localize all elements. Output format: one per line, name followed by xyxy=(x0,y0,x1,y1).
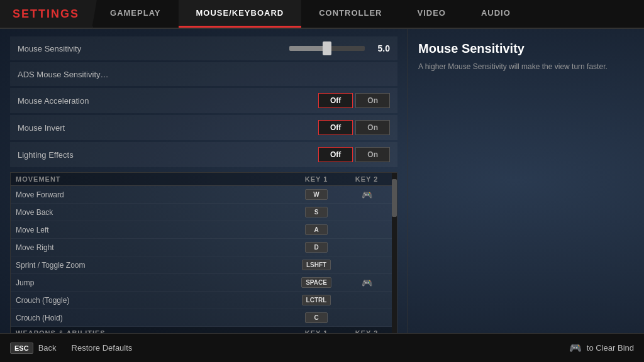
keybind-move-back[interactable]: Move Back S xyxy=(11,204,397,221)
tab-video[interactable]: VIDEO xyxy=(399,0,463,28)
keybind-jump[interactable]: Jump SPACE 🎮 xyxy=(11,274,397,292)
mouse-invert-off[interactable]: Off xyxy=(318,120,353,135)
keybind-crouch-hold[interactable]: Crouch (Hold) C xyxy=(11,309,397,327)
mouse-sensitivity-label: Mouse Sensitivity xyxy=(18,44,289,53)
clear-bind-text: to Clear Bind xyxy=(587,343,634,353)
movement-title: MOVEMENT xyxy=(16,175,291,183)
keybind-crouch-toggle[interactable]: Crouch (Toggle) LCTRL xyxy=(11,292,397,309)
mouse-sensitivity-row[interactable]: Mouse Sensitivity 5.0 xyxy=(10,36,397,60)
ads-sensitivity-row[interactable]: ADS Mouse Sensitivity… xyxy=(10,62,397,86)
controller-icon-jump: 🎮 xyxy=(362,278,372,288)
slider-thumb[interactable] xyxy=(323,41,331,55)
info-description: A higher Mouse Sensitivity will make the… xyxy=(418,61,634,72)
lighting-effects-label: Lighting Effects xyxy=(18,150,318,160)
back-button[interactable]: ESC Back xyxy=(10,343,57,354)
key2-header: KEY 2 xyxy=(341,175,392,183)
lighting-effects-toggle: Off On xyxy=(318,147,390,162)
keybind-move-right[interactable]: Move Right D xyxy=(11,239,397,256)
scrollbar-thumb[interactable] xyxy=(392,179,397,217)
tab-audio[interactable]: AUDIO xyxy=(464,0,528,28)
mouse-invert-on[interactable]: On xyxy=(355,120,390,135)
keybind-sprint[interactable]: Sprint / Toggle Zoom LSHFT xyxy=(11,256,397,274)
mouse-invert-toggle: Off On xyxy=(318,120,390,135)
sensitivity-slider[interactable] xyxy=(289,46,365,51)
tab-controller[interactable]: CONTROLLER xyxy=(301,0,399,28)
mouse-invert-row[interactable]: Mouse Invert Off On xyxy=(10,115,397,140)
mouse-acceleration-off[interactable]: Off xyxy=(318,93,353,108)
settings-title: SETTINGS xyxy=(0,0,92,28)
lighting-effects-off[interactable]: Off xyxy=(318,147,353,162)
keybind-section: MOVEMENT KEY 1 KEY 2 Move Forward W 🎮 xyxy=(10,172,397,333)
info-title: Mouse Sensitivity xyxy=(418,41,634,56)
tab-mouse-keyboard[interactable]: MOUSE/KEYBOARD xyxy=(179,0,302,28)
settings-panel: Mouse Sensitivity 5.0 ADS Mouse Sensitiv… xyxy=(0,29,408,333)
top-navigation: SETTINGS GAMEPLAY MOUSE/KEYBOARD CONTROL… xyxy=(0,0,644,29)
weapons-section-header: WEAPONS & ABILITIES KEY 1 KEY 2 xyxy=(11,327,397,333)
ads-sensitivity-label: ADS Mouse Sensitivity… xyxy=(18,70,390,79)
mouse-sensitivity-controls: 5.0 xyxy=(289,43,390,53)
mouse-acceleration-row[interactable]: Mouse Acceleration Off On xyxy=(10,88,397,113)
back-label: Back xyxy=(38,343,57,353)
tab-gameplay[interactable]: GAMEPLAY xyxy=(92,0,178,28)
lighting-effects-row[interactable]: Lighting Effects Off On xyxy=(10,142,397,167)
clear-bind-hint: 🎮 to Clear Bind xyxy=(569,342,634,354)
keybind-scroll[interactable]: MOVEMENT KEY 1 KEY 2 Move Forward W 🎮 xyxy=(10,172,397,333)
clear-bind-icon: 🎮 xyxy=(569,342,582,354)
lighting-effects-on[interactable]: On xyxy=(355,147,390,162)
restore-label: Restore Defaults xyxy=(72,343,133,353)
movement-section-header: MOVEMENT KEY 1 KEY 2 xyxy=(11,173,397,186)
controller-icon-forward: 🎮 xyxy=(362,190,372,200)
slider-fill xyxy=(289,46,327,51)
info-panel: Mouse Sensitivity A higher Mouse Sensiti… xyxy=(408,29,644,333)
main-content: Mouse Sensitivity 5.0 ADS Mouse Sensitiv… xyxy=(0,29,644,333)
mouse-invert-label: Mouse Invert xyxy=(18,123,318,133)
key1-header: KEY 1 xyxy=(291,175,341,183)
sensitivity-value: 5.0 xyxy=(370,43,390,53)
mouse-acceleration-label: Mouse Acceleration xyxy=(18,96,318,106)
scrollbar[interactable] xyxy=(392,173,397,333)
bottom-bar: ESC Back Restore Defaults 🎮 to Clear Bin… xyxy=(0,333,644,362)
esc-key-hint: ESC xyxy=(10,343,33,354)
bottom-actions: ESC Back Restore Defaults xyxy=(10,343,132,354)
keybind-move-forward[interactable]: Move Forward W 🎮 xyxy=(11,186,397,204)
nav-tabs: GAMEPLAY MOUSE/KEYBOARD CONTROLLER VIDEO… xyxy=(92,0,644,28)
keybind-move-left[interactable]: Move Left A xyxy=(11,221,397,239)
mouse-acceleration-toggle: Off On xyxy=(318,93,390,108)
restore-defaults-button[interactable]: Restore Defaults xyxy=(72,343,133,354)
mouse-acceleration-on[interactable]: On xyxy=(355,93,390,108)
